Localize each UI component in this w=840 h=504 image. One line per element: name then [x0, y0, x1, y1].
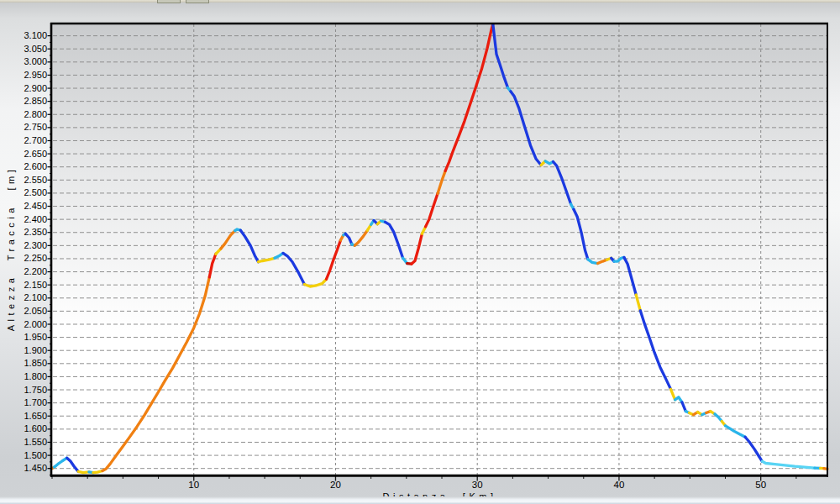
elevation-chart[interactable]	[0, 0, 840, 504]
x-tick-label: 30	[460, 480, 494, 490]
elevation-line-segment	[78, 471, 89, 472]
plot-background	[52, 23, 827, 477]
x-tick-label: 10	[177, 480, 211, 490]
window-bottom-edge	[0, 496, 840, 504]
x-tick-label: 50	[744, 480, 778, 490]
x-tick-label: 20	[318, 480, 352, 490]
y-axis-title: Altezza Traccia [m]	[6, 13, 18, 484]
x-tick-label: 40	[602, 480, 636, 490]
